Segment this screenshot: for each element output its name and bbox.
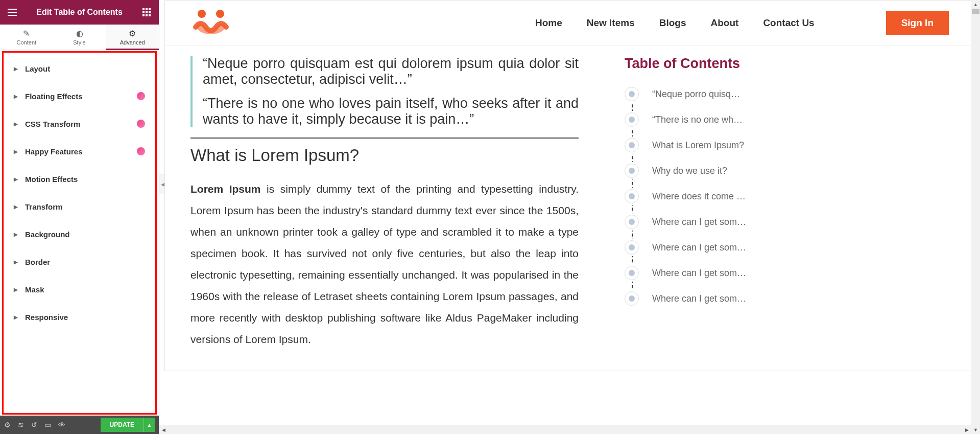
svg-rect-3 — [142, 11, 145, 13]
toc-item-label: Why do we use it? — [652, 166, 727, 176]
section-label: Layout — [25, 64, 50, 73]
toc-item[interactable]: Where can I get som… — [625, 291, 778, 306]
caret-right-icon: ▶ — [14, 232, 18, 237]
settings-icon[interactable]: ⚙ — [4, 421, 11, 429]
caret-right-icon: ▶ — [14, 314, 18, 320]
nav-home[interactable]: Home — [535, 17, 562, 29]
toc-item-label: Where can I get som… — [652, 242, 746, 253]
vertical-scrollbar[interactable]: ▲ ▼ — [971, 0, 980, 434]
tab-advanced-label: Advanced — [120, 39, 145, 45]
sign-in-button[interactable]: Sign In — [886, 11, 949, 35]
section-happy-features[interactable]: ▶Happy Features — [6, 140, 153, 163]
navigator-icon[interactable]: ≋ — [18, 421, 24, 429]
caret-right-icon: ▶ — [14, 287, 18, 292]
nav-about[interactable]: About — [711, 17, 739, 29]
svg-point-9 — [198, 10, 206, 18]
nav-blogs[interactable]: Blogs — [659, 17, 686, 29]
contrast-icon: ◐ — [76, 29, 83, 38]
toc-bullet-icon — [625, 266, 639, 280]
toc-item[interactable]: What is Lorem Ipsum? — [625, 138, 778, 152]
toc-bullet-icon — [625, 189, 639, 203]
toc-bullet-icon — [625, 138, 639, 152]
nav-new-items[interactable]: New Items — [587, 17, 635, 29]
happy-badge-icon — [137, 147, 145, 155]
update-options-icon[interactable]: ▲ — [144, 418, 155, 432]
blockquote: “Neque porro quisquam est qui dolorem ip… — [190, 56, 579, 127]
section-layout[interactable]: ▶Layout — [6, 57, 153, 80]
toc-item[interactable]: Where can I get som… — [625, 240, 778, 255]
tab-style[interactable]: ◐ Style — [53, 25, 106, 50]
svg-rect-0 — [142, 8, 145, 10]
toc-list: “Neque porro quisq… “There is no one wh…… — [625, 87, 778, 306]
quote-text-1: “Neque porro quisquam est qui dolorem ip… — [203, 56, 579, 87]
nav-contact[interactable]: Contact Us — [763, 17, 814, 29]
section-transform[interactable]: ▶Transform — [6, 195, 153, 218]
widgets-grid-icon[interactable] — [141, 7, 152, 17]
editor-header: Edit Table of Contents — [0, 0, 159, 25]
scroll-down-arrow-icon[interactable]: ▼ — [971, 425, 980, 434]
toc-item[interactable]: “There is no one wh… — [625, 112, 778, 127]
happy-badge-icon — [137, 92, 145, 100]
svg-rect-5 — [149, 11, 151, 13]
section-label: Border — [25, 258, 50, 266]
toc-item-label: Where can I get som… — [652, 268, 746, 279]
happy-badge-icon — [137, 120, 145, 128]
section-mask[interactable]: ▶Mask — [6, 278, 153, 301]
scroll-right-arrow-icon[interactable]: ▶ — [963, 425, 971, 434]
caret-right-icon: ▶ — [14, 121, 18, 127]
preview-icon[interactable]: 👁 — [58, 421, 65, 429]
section-label: Motion Effects — [25, 175, 78, 184]
caret-right-icon: ▶ — [14, 94, 18, 99]
toc-item-label: “Neque porro quisq… — [652, 89, 740, 100]
editor-footer: ⚙ ≋ ↺ ▭ 👁 UPDATE ▲ — [0, 416, 159, 434]
page-body: “Neque porro quisquam est qui dolorem ip… — [165, 45, 974, 371]
toc-bullet-icon — [625, 164, 639, 178]
pencil-icon: ✎ — [23, 29, 30, 38]
scroll-thumb[interactable] — [972, 9, 979, 14]
responsive-icon[interactable]: ▭ — [44, 421, 51, 429]
toc-title: Table of Contents — [625, 56, 778, 72]
svg-rect-2 — [149, 8, 151, 10]
preview-pane: Home New Items Blogs About Contact Us Si… — [159, 0, 980, 434]
toc-item[interactable]: Why do we use it? — [625, 164, 778, 178]
scroll-left-arrow-icon[interactable]: ◀ — [159, 425, 168, 434]
section-label: CSS Transform — [25, 120, 80, 128]
caret-right-icon: ▶ — [14, 149, 18, 154]
toc-bullet-icon — [625, 215, 639, 229]
tab-advanced[interactable]: ⚙ Advanced — [106, 25, 159, 50]
caret-right-icon: ▶ — [14, 176, 18, 182]
horizontal-scrollbar[interactable]: ◀ ▶ — [159, 425, 971, 434]
preview-content: Home New Items Blogs About Contact Us Si… — [164, 0, 975, 371]
toc-item-label: Where can I get som… — [652, 217, 746, 227]
toc-item[interactable]: Where can I get som… — [625, 215, 778, 229]
toc-item[interactable]: Where can I get som… — [625, 266, 778, 280]
main-nav: Home New Items Blogs About Contact Us — [535, 17, 815, 29]
menu-icon[interactable] — [7, 7, 17, 17]
update-button[interactable]: UPDATE — [101, 418, 144, 432]
logo-icon — [190, 9, 231, 37]
section-label: Transform — [25, 202, 62, 211]
site-logo[interactable] — [190, 9, 231, 37]
section-motion-effects[interactable]: ▶Motion Effects — [6, 167, 153, 191]
preview-scroll[interactable]: Home New Items Blogs About Contact Us Si… — [159, 0, 980, 434]
history-icon[interactable]: ↺ — [31, 421, 37, 429]
section-label: Background — [25, 230, 70, 239]
section-label: Mask — [25, 285, 44, 294]
section-responsive[interactable]: ▶Responsive — [6, 305, 153, 329]
svg-rect-1 — [146, 8, 148, 10]
scroll-up-arrow-icon[interactable]: ▲ — [971, 0, 980, 9]
toc-item[interactable]: “Neque porro quisq… — [625, 87, 778, 101]
section-css-transform[interactable]: ▶CSS Transform — [6, 112, 153, 135]
toc-item-label: Where does it come … — [652, 191, 746, 202]
toc-item[interactable]: Where does it come … — [625, 189, 778, 203]
tab-content[interactable]: ✎ Content — [0, 25, 53, 50]
section-floating-effects[interactable]: ▶Floating Effects — [6, 84, 153, 108]
toc-bullet-icon — [625, 291, 639, 306]
section-border[interactable]: ▶Border — [6, 250, 153, 273]
section-background[interactable]: ▶Background — [6, 222, 153, 246]
caret-right-icon: ▶ — [14, 66, 18, 72]
advanced-sections: ▶Layout ▶Floating Effects ▶CSS Transform… — [2, 51, 157, 415]
section-label: Happy Features — [25, 147, 83, 156]
svg-rect-8 — [149, 14, 151, 16]
section-label: Floating Effects — [25, 92, 83, 101]
